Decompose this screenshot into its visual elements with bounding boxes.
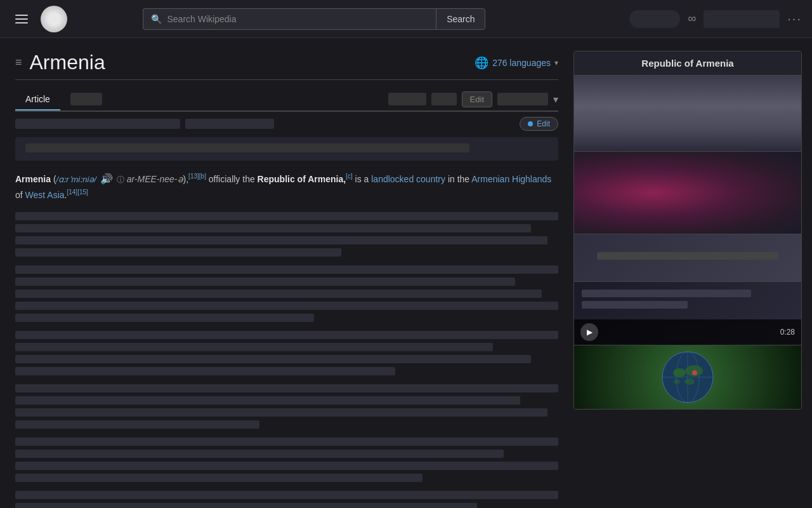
link-west-asia[interactable]: West Asia: [25, 190, 65, 200]
blurred-paragraph-5: [15, 438, 558, 482]
official-name-bold: Republic of Armenia,: [258, 174, 346, 184]
site-header: 🔍 Search ∞ ···: [0, 0, 812, 38]
page-title: Armenia: [30, 51, 105, 74]
article-tabs: Article Edit ▾: [15, 88, 558, 112]
tabs-right-actions: Edit ▾: [388, 91, 558, 107]
infobox-image-2: [574, 152, 801, 234]
infinity-icon: ∞: [688, 12, 696, 25]
language-count-label: 276 languages: [492, 58, 551, 68]
article-intro-paragraph: Armenia (/ɑːrˈmiːniə/ 🔊 ⓘ ar-MEE-nee-ə),…: [15, 171, 558, 203]
info-circle-icon[interactable]: ⓘ: [117, 175, 124, 184]
tab-blurred-3: [497, 93, 548, 105]
description-bar: [15, 137, 558, 161]
edit-top-button[interactable]: Edit: [520, 117, 558, 131]
video-play-button[interactable]: ▶: [580, 323, 598, 341]
language-icon: 🌐: [475, 56, 488, 70]
link-armenian-highlands[interactable]: Armenian Highlands: [471, 174, 551, 184]
article-body: Armenia (/ɑːrˈmiːniə/ 🔊 ⓘ ar-MEE-nee-ə),…: [15, 171, 558, 508]
blurred-paragraph-3: [15, 331, 558, 375]
video-timestamp: 0:28: [780, 328, 795, 337]
svg-point-5: [673, 368, 686, 377]
more-options-icon[interactable]: ···: [787, 11, 802, 26]
globe-svg: [659, 349, 716, 406]
search-button[interactable]: Search: [436, 8, 485, 30]
cite-c[interactable]: [c]: [346, 173, 353, 180]
pronunciation-text: /ɑːrˈmiːniə/: [56, 175, 96, 184]
svg-point-8: [674, 379, 680, 384]
blurred-paragraph-2: [15, 265, 558, 322]
cite-15[interactable]: [15]: [77, 189, 88, 196]
svg-point-7: [684, 378, 695, 385]
article-title-row: ≡ Armenia 🌐 276 languages ▾: [15, 51, 558, 80]
video-controls: ▶ 0:28: [574, 319, 801, 345]
tabs-more-chevron[interactable]: ▾: [553, 93, 558, 105]
search-input[interactable]: [167, 14, 428, 24]
cite-14[interactable]: [14]: [67, 189, 77, 196]
tab-blurred-2: [431, 93, 457, 105]
tab-blurred-1: [388, 93, 426, 105]
infobox-title: Republic of Armenia: [574, 51, 801, 76]
description-text: [25, 144, 469, 152]
chevron-down-icon: ▾: [554, 58, 558, 67]
infobox-globe-image: [574, 345, 801, 409]
search-form: 🔍 Search: [143, 8, 485, 30]
article-name-bold: Armenia: [15, 174, 51, 184]
edit-dot-icon: [528, 121, 533, 126]
video-caption-line-2: [582, 301, 688, 309]
info-bar-text-2: [185, 119, 274, 129]
language-button[interactable]: 🌐 276 languages ▾: [475, 56, 558, 70]
blurred-paragraph-6: [15, 491, 558, 508]
cite-b[interactable]: [b]: [199, 173, 206, 180]
link-landlocked[interactable]: landlocked country: [371, 174, 445, 184]
tab-talk[interactable]: [60, 88, 112, 110]
page-content: ≡ Armenia 🌐 276 languages ▾ Article Edit…: [0, 38, 812, 508]
info-bar: Edit: [15, 117, 558, 131]
pronunciation-romanized: ar-MEE-nee-ə: [127, 174, 183, 184]
edit-btn-label: Edit: [537, 119, 550, 128]
wikipedia-logo[interactable]: [41, 6, 67, 32]
cite-13[interactable]: [13]: [188, 173, 199, 180]
infobox-image-1: [574, 76, 801, 152]
info-bar-text: [15, 119, 180, 129]
header-right: ∞ ···: [629, 10, 802, 28]
blurred-paragraph-1: [15, 212, 558, 257]
search-icon: 🔍: [151, 14, 162, 24]
tab-talk-label: [70, 93, 102, 105]
title-left: ≡ Armenia: [15, 51, 105, 74]
infobox-image-3: [574, 234, 801, 282]
infobox: Republic of Armenia ▶ 0:28: [573, 51, 802, 410]
svg-point-9: [692, 370, 697, 375]
tab-article[interactable]: Article: [15, 89, 60, 109]
article-main: ≡ Armenia 🌐 276 languages ▾ Article Edit…: [0, 38, 573, 508]
blurred-paragraph-4: [15, 384, 558, 429]
header-extra-link[interactable]: [704, 10, 780, 28]
video-caption: [582, 290, 794, 312]
infobox-video: ▶ 0:28: [574, 282, 801, 345]
edit-button[interactable]: Edit: [462, 91, 492, 107]
video-caption-line-1: [582, 290, 751, 297]
toc-icon[interactable]: ≡: [15, 56, 22, 69]
search-input-wrapper: 🔍: [143, 8, 436, 30]
menu-button[interactable]: [10, 10, 33, 29]
user-pill[interactable]: [629, 10, 680, 28]
audio-play-button[interactable]: 🔊: [99, 173, 114, 185]
